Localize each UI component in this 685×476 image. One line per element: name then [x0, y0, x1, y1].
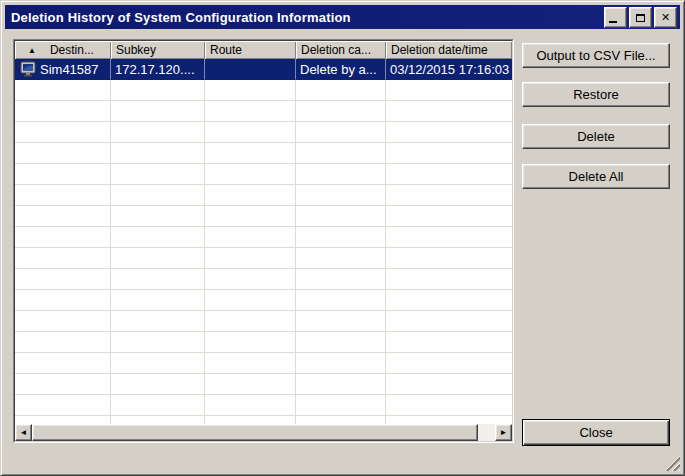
cell-route — [205, 59, 296, 80]
table-row-empty — [15, 248, 512, 269]
close-button[interactable]: Close — [522, 419, 670, 446]
column-header-deletion-cause[interactable]: Deletion ca... — [296, 41, 386, 59]
column-header-route[interactable]: Route — [205, 41, 296, 59]
table-row-empty — [15, 269, 512, 290]
table-row-empty — [15, 143, 512, 164]
table-row-empty — [15, 290, 512, 311]
table-body: Sim41587 172.17.120.... Delete by a... 0… — [15, 59, 512, 424]
table-row-selected[interactable]: Sim41587 172.17.120.... Delete by a... 0… — [15, 59, 512, 80]
table-row-empty — [15, 122, 512, 143]
cell-deletion-cause: Delete by a... — [296, 59, 386, 80]
maximize-icon — [636, 14, 645, 22]
scrollbar-thumb[interactable] — [32, 424, 478, 441]
restore-button[interactable]: Restore — [522, 82, 670, 107]
titlebar[interactable]: Deletion History of System Configuration… — [5, 5, 680, 29]
table-row-empty — [15, 416, 512, 424]
dialog-window: Deletion History of System Configuration… — [0, 0, 685, 476]
scroll-right-button[interactable]: ► — [495, 424, 512, 441]
close-icon: ✕ — [661, 12, 670, 23]
scroll-right-icon: ► — [500, 428, 508, 437]
table-row-empty — [15, 206, 512, 227]
table-header: ▲ Destin... Subkey Route Deletion ca... … — [15, 41, 512, 59]
scroll-left-icon: ◄ — [20, 428, 28, 437]
column-header-subkey[interactable]: Subkey — [111, 41, 205, 59]
table-row-empty — [15, 164, 512, 185]
close-window-button[interactable]: ✕ — [654, 7, 677, 28]
window-title: Deletion History of System Configuration… — [5, 10, 351, 25]
output-csv-button[interactable]: Output to CSV File... — [522, 43, 670, 68]
cell-subkey: 172.17.120.... — [111, 59, 205, 80]
maximize-button[interactable] — [629, 7, 652, 28]
table-row-empty — [15, 311, 512, 332]
resize-grip[interactable] — [665, 456, 680, 471]
table-row-empty — [15, 101, 512, 122]
horizontal-scrollbar: ◄ ► — [15, 424, 512, 441]
delete-all-button[interactable]: Delete All — [522, 164, 670, 189]
deletion-history-list: ▲ Destin... Subkey Route Deletion ca... … — [13, 39, 514, 443]
table-row-empty — [15, 353, 512, 374]
table-row-empty — [15, 227, 512, 248]
column-header-deletion-datetime[interactable]: Deletion date/time — [386, 41, 512, 59]
scroll-left-button[interactable]: ◄ — [15, 424, 32, 441]
table-row-empty — [15, 374, 512, 395]
table-row-empty — [15, 395, 512, 416]
minimize-icon — [609, 21, 617, 23]
table-row-empty — [15, 185, 512, 206]
cell-destination: Sim41587 — [40, 62, 99, 77]
sort-ascending-icon: ▲ — [28, 46, 36, 55]
computer-icon — [20, 61, 37, 77]
scrollbar-track[interactable] — [32, 424, 495, 441]
window-controls: ✕ — [604, 7, 677, 28]
minimize-button[interactable] — [604, 7, 627, 28]
table-row-empty — [15, 80, 512, 101]
column-header-destination[interactable]: ▲ Destin... — [15, 41, 111, 59]
delete-button[interactable]: Delete — [522, 124, 670, 149]
cell-deletion-datetime: 03/12/2015 17:16:03 — [386, 59, 512, 80]
table-row-empty — [15, 332, 512, 353]
